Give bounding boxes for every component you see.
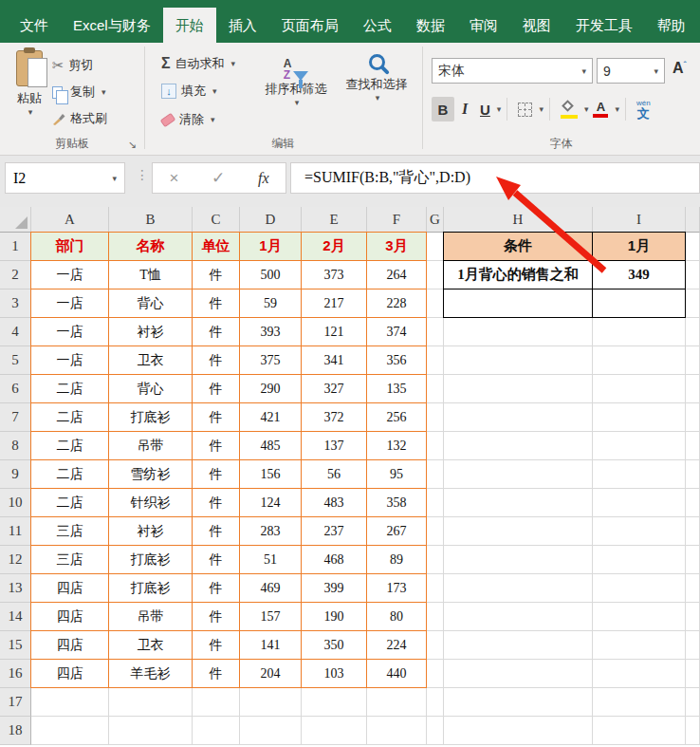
chevron-down-icon[interactable]: ▾ xyxy=(295,98,300,107)
cell[interactable] xyxy=(427,460,444,489)
cell-E7[interactable]: 372 xyxy=(302,403,367,432)
cell[interactable] xyxy=(686,403,700,432)
cell-F7[interactable]: 256 xyxy=(367,403,427,432)
cell-D13[interactable]: 469 xyxy=(240,574,302,603)
cell-D8[interactable]: 485 xyxy=(240,432,302,460)
select-all-corner[interactable] xyxy=(0,207,31,233)
tab-视图[interactable]: 视图 xyxy=(510,8,563,43)
row-header-9[interactable]: 9 xyxy=(0,460,31,489)
column-header-B[interactable]: B xyxy=(109,207,193,233)
cell-B5[interactable]: 卫衣 xyxy=(109,346,193,375)
autosum-button[interactable]: Σ 自动求和 ▾ xyxy=(161,55,235,72)
cell-C2[interactable]: 件 xyxy=(193,261,240,289)
column-header-G[interactable]: G xyxy=(427,207,444,233)
cell[interactable] xyxy=(686,261,700,289)
grow-font-button[interactable]: Aˆ xyxy=(672,60,687,77)
cell-A10[interactable]: 二店 xyxy=(31,489,109,517)
cell[interactable] xyxy=(427,517,444,546)
cell-C5[interactable]: 件 xyxy=(193,346,240,375)
cell[interactable] xyxy=(31,688,109,717)
cell[interactable] xyxy=(427,603,444,631)
cut-button[interactable]: ✂ 剪切 xyxy=(52,57,94,74)
tab-审阅[interactable]: 审阅 xyxy=(457,8,510,43)
row-header-1[interactable]: 1 xyxy=(0,233,31,261)
cell-F8[interactable]: 132 xyxy=(367,432,427,460)
cell-E4[interactable]: 121 xyxy=(302,318,367,346)
column-header-D[interactable]: D xyxy=(240,207,302,233)
row-header-5[interactable]: 5 xyxy=(0,346,31,375)
cell[interactable] xyxy=(444,460,593,489)
cell-D3[interactable]: 59 xyxy=(240,289,302,318)
row-header-8[interactable]: 8 xyxy=(0,432,31,460)
cell[interactable] xyxy=(686,688,700,717)
cell-F11[interactable]: 267 xyxy=(367,517,427,546)
row-header-4[interactable]: 4 xyxy=(0,318,31,346)
font-name-select[interactable]: 宋体 ▾ xyxy=(432,58,593,84)
dialog-launcher-icon[interactable]: ↘ xyxy=(128,139,137,151)
cell[interactable] xyxy=(109,688,193,717)
phonetic-guide-button[interactable]: wén文 xyxy=(632,97,655,121)
cell-D1[interactable]: 1月 xyxy=(240,233,302,261)
cell-F2[interactable]: 264 xyxy=(367,261,427,289)
cell-D11[interactable]: 283 xyxy=(240,517,302,546)
column-header-H[interactable]: H xyxy=(444,207,593,233)
cell[interactable] xyxy=(686,346,700,375)
tab-数据[interactable]: 数据 xyxy=(404,8,457,43)
tab-开始[interactable]: 开始 xyxy=(163,8,216,43)
bold-button[interactable]: B xyxy=(432,97,454,121)
cell[interactable] xyxy=(427,660,444,688)
cell[interactable] xyxy=(240,717,302,745)
cell[interactable] xyxy=(302,717,367,745)
row-header-7[interactable]: 7 xyxy=(0,403,31,432)
cell-E16[interactable]: 103 xyxy=(302,660,367,688)
cell[interactable] xyxy=(240,688,302,717)
cell-A4[interactable]: 一店 xyxy=(31,318,109,346)
cell-A12[interactable]: 三店 xyxy=(31,546,109,574)
row-header-3[interactable]: 3 xyxy=(0,289,31,318)
row-header-18[interactable]: 18 xyxy=(0,717,31,745)
cell[interactable] xyxy=(686,574,700,603)
chevron-down-icon[interactable]: ▾ xyxy=(101,87,106,97)
cell-I2[interactable]: 349 xyxy=(593,261,686,289)
cell[interactable] xyxy=(444,346,593,375)
row-header-12[interactable]: 12 xyxy=(0,546,31,574)
cell[interactable] xyxy=(686,603,700,631)
cell-F15[interactable]: 224 xyxy=(367,631,427,660)
borders-button[interactable] xyxy=(513,97,537,121)
column-header-A[interactable]: A xyxy=(31,207,109,233)
chevron-down-icon[interactable]: ▾ xyxy=(212,86,217,96)
tab-插入[interactable]: 插入 xyxy=(216,8,269,43)
cell[interactable] xyxy=(686,489,700,517)
cell-A2[interactable]: 一店 xyxy=(31,261,109,289)
cell[interactable] xyxy=(367,717,427,745)
cell-F1[interactable]: 3月 xyxy=(367,233,427,261)
font-size-select[interactable]: 9 ▾ xyxy=(597,58,665,84)
cell-F10[interactable]: 358 xyxy=(367,489,427,517)
cell-C10[interactable]: 件 xyxy=(193,489,240,517)
cell[interactable] xyxy=(686,460,700,489)
cell[interactable] xyxy=(593,432,686,460)
cell[interactable] xyxy=(686,375,700,403)
row-header-14[interactable]: 14 xyxy=(0,603,31,631)
cell[interactable] xyxy=(444,432,593,460)
cell[interactable] xyxy=(686,717,700,745)
cell[interactable] xyxy=(302,688,367,717)
cell[interactable] xyxy=(444,574,593,603)
cell-D9[interactable]: 156 xyxy=(240,460,302,489)
cell-D4[interactable]: 393 xyxy=(240,318,302,346)
cell-C1[interactable]: 单位 xyxy=(193,233,240,261)
cell-B1[interactable]: 名称 xyxy=(109,233,193,261)
cell-B10[interactable]: 针织衫 xyxy=(109,489,193,517)
italic-button[interactable]: I xyxy=(454,97,475,121)
cell-B9[interactable]: 雪纺衫 xyxy=(109,460,193,489)
formula-input[interactable]: =SUMIF(B:B,"背心",D:D) xyxy=(290,162,700,194)
cell[interactable] xyxy=(109,717,193,745)
cell-F13[interactable]: 173 xyxy=(367,574,427,603)
cell-F5[interactable]: 356 xyxy=(367,346,427,375)
cell-E1[interactable]: 2月 xyxy=(302,233,367,261)
cell[interactable] xyxy=(444,631,593,660)
cell-F14[interactable]: 80 xyxy=(367,603,427,631)
cell-D7[interactable]: 421 xyxy=(240,403,302,432)
chevron-down-icon[interactable]: ▾ xyxy=(615,104,619,114)
column-header-E[interactable]: E xyxy=(302,207,367,233)
